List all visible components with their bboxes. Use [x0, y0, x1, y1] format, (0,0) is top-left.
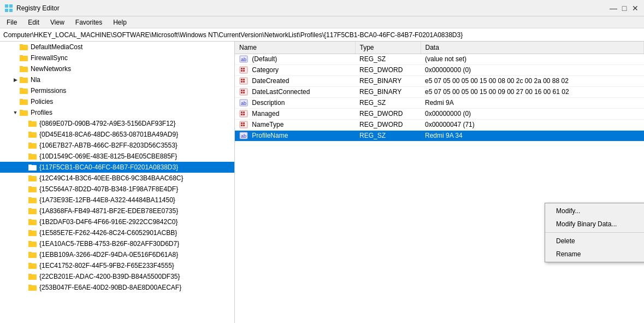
menu-item-favorites[interactable]: Favorites	[71, 17, 107, 27]
svg-rect-33	[20, 99, 28, 105]
svg-rect-118	[28, 285, 37, 291]
context-menu-item-modify[interactable]: Modify...	[545, 204, 644, 218]
cell-type: REG_SZ	[355, 130, 421, 141]
svg-text:ab: ab	[241, 57, 246, 62]
svg-rect-123	[243, 68, 245, 69]
tree-item-defaultmediacost[interactable]: DefaultMediaCost	[0, 42, 234, 52]
tree-item-newnetworks[interactable]: NewNetworks	[0, 63, 234, 74]
svg-rect-13	[20, 56, 28, 61]
tree-item-profile12[interactable]: {1EA10AC5-7EBB-4753-B26F-802AFF30D6D7}	[0, 238, 234, 249]
folder-icon	[28, 240, 37, 248]
svg-rect-48	[28, 132, 37, 138]
tree-item-nia[interactable]: ▶ Nla	[0, 74, 234, 85]
svg-rect-83	[28, 209, 37, 214]
tree-item-permissions[interactable]: Permissions	[0, 85, 234, 96]
cell-type: REG_SZ	[355, 54, 421, 64]
folder-icon	[20, 54, 28, 62]
svg-rect-8	[20, 45, 28, 50]
svg-rect-146	[241, 125, 243, 126]
table-row[interactable]: ab (Default) REG_SZ (value not set)	[235, 54, 644, 64]
tree-item-profile11[interactable]: {1E585E7E-F262-4426-8C24-C6052901ACBB}	[0, 227, 234, 238]
reg-icon: ab	[239, 99, 248, 107]
right-pane[interactable]: Name Type Data ab (Default) REG_SZ (valu…	[235, 42, 644, 323]
tree-item-profile13[interactable]: {1EBB109A-3266-4D2F-94DA-0E516F6D61A8}	[0, 249, 234, 260]
svg-rect-130	[243, 81, 245, 83]
cell-name: Category	[235, 64, 355, 75]
svg-rect-18	[20, 67, 28, 72]
context-menu-item-delete[interactable]: Delete	[545, 234, 644, 248]
svg-rect-0	[5, 4, 8, 8]
cell-data: Redmi 9A 34	[421, 130, 644, 141]
address-path: Computer\HKEY_LOCAL_MACHINE\SOFTWARE\Mic…	[3, 31, 463, 39]
context-menu-item-rename[interactable]: Rename	[545, 248, 644, 261]
app-icon	[4, 4, 13, 13]
tree-item-label: {15C564A7-8D2D-407B-B348-1F98A7F8E4DF}	[39, 185, 178, 193]
menu-item-edit[interactable]: Edit	[23, 17, 44, 27]
cell-name: Managed	[235, 108, 355, 119]
tree-item-label: {0869E07D-090B-4792-A9E3-5156DAF93F12}	[39, 120, 176, 127]
tree-item-label: Policies	[31, 98, 53, 105]
col-data: Data	[421, 42, 644, 54]
cell-type: REG_DWORD	[355, 119, 421, 130]
table-row[interactable]: Category REG_DWORD 0x00000000 (0)	[235, 64, 644, 75]
cell-data: 0x00000000 (0)	[421, 108, 644, 119]
tree-item-label: {12C49C14-B3C6-40EE-BBC6-9C3B4BAAC68C}	[39, 174, 183, 182]
cell-name-text: Category	[252, 66, 279, 74]
tree-item-firewallsync[interactable]: FirewallSync	[0, 52, 234, 63]
svg-rect-135	[243, 92, 245, 93]
svg-rect-134	[241, 92, 243, 93]
tree-item-profile16[interactable]: {253B047F-E6AE-40D2-90BD-8AE8D00AECAF}	[0, 282, 234, 293]
table-row[interactable]: ab Description REG_SZ Redmi 9A	[235, 97, 644, 108]
minimize-button[interactable]: —	[609, 4, 618, 13]
svg-rect-103	[28, 252, 37, 258]
tree-item-label: DefaultMediaCost	[31, 43, 82, 51]
table-row[interactable]: ab ProfileName REG_SZ Redmi 9A 34	[235, 130, 644, 141]
maximize-button[interactable]: □	[620, 4, 629, 13]
table-row[interactable]: DateLastConnected REG_BINARY e5 07 05 00…	[235, 86, 644, 97]
tree-item-profile8[interactable]: {1A73E93E-12FB-44E8-A322-44484BA11450}	[0, 195, 234, 205]
cell-type: REG_DWORD	[355, 64, 421, 75]
svg-rect-142	[243, 114, 245, 115]
tree-item-profile7[interactable]: {15C564A7-8D2D-407B-B348-1F98A7F8E4DF}	[0, 184, 234, 195]
tree-pane[interactable]: DefaultMediaCost FirewallSync NewNetwork…	[0, 42, 235, 323]
tree-item-label: {1EA10AC5-7EBB-4753-B26F-802AFF30D6D7}	[39, 240, 179, 248]
context-menu-item-modify-binary[interactable]: Modify Binary Data...	[545, 218, 644, 231]
tree-item-profile2[interactable]: {0D45E418-8CA6-48DC-8653-08701BA49AD9}	[0, 129, 234, 140]
reg-icon	[239, 77, 248, 85]
folder-icon	[20, 65, 28, 73]
menu-separator	[545, 232, 644, 233]
menu-item-help[interactable]: Help	[109, 17, 131, 27]
table-row[interactable]: DateCreated REG_BINARY e5 07 05 00 05 00…	[235, 75, 644, 86]
tree-item-profile1[interactable]: {0869E07D-090B-4792-A9E3-5156DAF93F12}	[0, 118, 234, 129]
col-name: Name	[235, 42, 355, 54]
address-bar: Computer\HKEY_LOCAL_MACHINE\SOFTWARE\Mic…	[0, 28, 644, 42]
tree-item-profile9[interactable]: {1A8368FA-FB49-4871-BF2E-EDEB78EE0735}	[0, 205, 234, 216]
folder-icon	[28, 262, 37, 269]
tree-item-profile6[interactable]: {12C49C14-B3C6-40EE-BBC6-9C3B4BAAC68C}	[0, 173, 234, 184]
folder-icon	[28, 229, 37, 237]
tree-item-profile4[interactable]: {10D1549C-069E-483E-8125-B4E05CBE885F}	[0, 151, 234, 162]
expand-arrow[interactable]: ▶	[11, 77, 20, 83]
tree-item-label: {117F5CB1-BCA0-46FC-84B7-F0201A0838D3}	[39, 163, 178, 171]
tree-item-profiles[interactable]: ▼ Profiles	[0, 107, 234, 118]
svg-rect-53	[28, 143, 37, 149]
tree-item-policies[interactable]: Policies	[0, 96, 234, 107]
expand-arrow[interactable]: ▼	[11, 110, 20, 115]
tree-item-profile3[interactable]: {106E7B27-AB7B-466C-B2FF-8203D56C3553}	[0, 140, 234, 151]
folder-icon	[28, 131, 37, 138]
tree-item-profile10[interactable]: {1B2DAF03-D4F6-4F66-916E-2922CC9842C0}	[0, 216, 234, 227]
tree-item-profile15[interactable]: {22CB201E-ADAC-4200-B39D-B84A5500DF35}	[0, 271, 234, 282]
tree-item-label: {106E7B27-AB7B-466C-B2FF-8203D56C3553}	[39, 142, 178, 149]
menu-item-file[interactable]: File	[2, 17, 21, 27]
table-row[interactable]: NameType REG_DWORD 0x00000047 (71)	[235, 119, 644, 130]
table-row[interactable]: Managed REG_DWORD 0x00000000 (0)	[235, 108, 644, 119]
tree-item-profile5[interactable]: {117F5CB1-BCA0-46FC-84B7-F0201A0838D3}	[0, 162, 234, 173]
close-button[interactable]: ✕	[631, 4, 640, 13]
menu-item-view[interactable]: View	[46, 17, 69, 27]
cell-data: Redmi 9A	[421, 97, 644, 108]
svg-rect-38	[20, 110, 28, 116]
title-bar-controls[interactable]: — □ ✕	[609, 4, 640, 13]
svg-rect-73	[28, 187, 37, 192]
tree-item-profile14[interactable]: {1EC41752-802F-44F5-9FB2-F65E233F4555}	[0, 260, 234, 271]
context-menu[interactable]: Modify...Modify Binary Data...DeleteRena…	[545, 203, 644, 262]
